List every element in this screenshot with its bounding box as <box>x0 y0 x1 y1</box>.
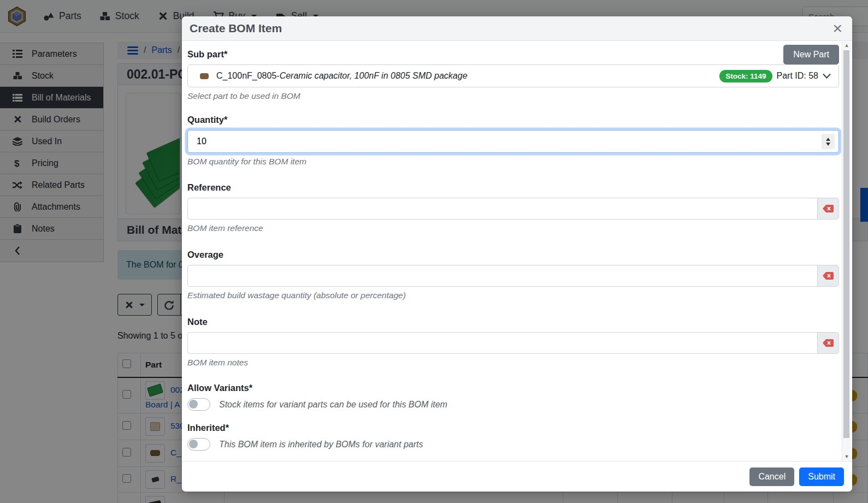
sub-part-select[interactable]: C_100nF_0805 - Ceramic capacitor, 100nF … <box>187 64 839 87</box>
reference-input[interactable] <box>187 198 817 220</box>
overage-help: Estimated build wastage quantity (absolu… <box>187 291 839 300</box>
modal-scrollbar[interactable]: ▲ ▼ <box>842 42 851 460</box>
submit-button[interactable]: Submit <box>799 468 844 486</box>
clear-backspace-icon <box>823 272 834 280</box>
part-id-label: Part ID: 58 <box>777 71 818 81</box>
sub-part-label: Sub part* <box>187 49 839 60</box>
overage-field-group: Overage Estimated build wastage quantity… <box>187 250 839 300</box>
note-field-group: Note BOM item notes <box>187 317 839 368</box>
reference-label: Reference <box>187 182 839 193</box>
quantity-label: Quantity* <box>187 115 839 125</box>
new-part-button[interactable]: New Part <box>783 45 839 64</box>
scroll-up-arrow[interactable]: ▲ <box>842 42 851 49</box>
quantity-stepper[interactable] <box>822 134 835 149</box>
note-help: BOM item notes <box>187 358 839 368</box>
close-icon[interactable]: × <box>832 20 842 37</box>
quantity-input[interactable] <box>187 130 839 153</box>
sub-part-field-group: Sub part* New Part C_100nF_0805 - Cerami… <box>187 49 839 101</box>
scrollbar-thumb[interactable] <box>843 50 849 438</box>
clear-overage-button[interactable] <box>817 265 839 287</box>
cancel-button[interactable]: Cancel <box>749 468 794 486</box>
part-thumbnail <box>200 73 209 79</box>
reference-field-group: Reference BOM item reference <box>187 182 839 233</box>
modal-header: Create BOM Item × <box>182 16 852 41</box>
overage-input[interactable] <box>187 265 817 287</box>
allow-variants-help: Stock items for variant parts can be use… <box>219 400 447 410</box>
clear-reference-button[interactable] <box>817 198 839 220</box>
clear-backspace-icon <box>823 205 834 212</box>
modal-footer: Cancel Submit <box>182 461 852 492</box>
note-label: Note <box>187 317 839 327</box>
chevron-down-icon <box>823 73 831 79</box>
overage-label: Overage <box>187 250 839 260</box>
sub-part-help: Select part to be used in BOM <box>187 91 839 101</box>
clear-backspace-icon <box>823 339 834 347</box>
quantity-field-group: Quantity* BOM quantity for this BOM item <box>187 115 839 167</box>
reference-help: BOM item reference <box>187 223 839 233</box>
inherited-field-group: Inherited* This BOM item is inherited by… <box>187 423 839 451</box>
inherited-toggle[interactable] <box>187 438 210 451</box>
modal-body: Sub part* New Part C_100nF_0805 - Cerami… <box>182 42 841 461</box>
sub-part-name: C_100nF_0805 <box>216 71 276 81</box>
note-input[interactable] <box>187 332 817 354</box>
scroll-down-arrow[interactable]: ▼ <box>842 453 851 460</box>
allow-variants-field-group: Allow Variants* Stock items for variant … <box>187 383 839 411</box>
sub-part-description: Ceramic capacitor, 100nF in 0805 SMD pac… <box>280 71 468 81</box>
create-bom-item-modal: Create BOM Item × Sub part* New Part C_1… <box>182 16 852 492</box>
allow-variants-label: Allow Variants* <box>187 383 839 393</box>
inherited-help: This BOM item is inherited by BOMs for v… <box>219 440 423 449</box>
allow-variants-toggle[interactable] <box>187 398 210 411</box>
inherited-label: Inherited* <box>187 423 839 433</box>
quantity-help: BOM quantity for this BOM item <box>187 157 839 167</box>
stock-badge: Stock: 1149 <box>719 70 772 82</box>
clear-note-button[interactable] <box>817 332 839 354</box>
modal-title: Create BOM Item <box>190 22 282 35</box>
